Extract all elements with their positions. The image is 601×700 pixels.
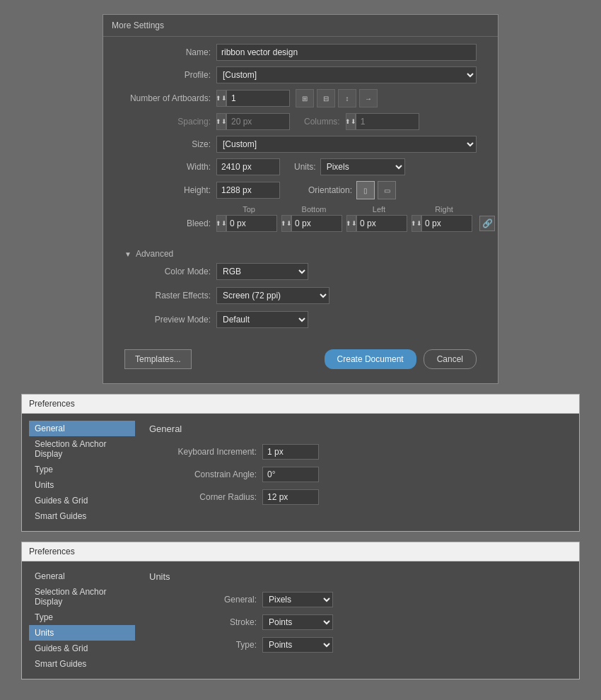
spacing-row: Spacing: ⬆⬇ Columns: ⬆⬇ xyxy=(124,113,477,130)
cancel-button[interactable]: Cancel xyxy=(424,349,477,369)
sidebar-item-type-2[interactable]: Type xyxy=(29,609,135,625)
height-input[interactable] xyxy=(216,182,280,199)
bleed-right-spinner[interactable]: ⬆⬇ xyxy=(412,215,421,232)
orientation-buttons: ▯ ▭ xyxy=(356,181,396,199)
create-document-button[interactable]: Create Document xyxy=(325,349,416,369)
spacing-label: Spacing: xyxy=(124,117,216,127)
spacing-input[interactable] xyxy=(226,113,290,130)
sidebar-item-smart-1[interactable]: Smart Guides xyxy=(29,508,135,524)
name-input[interactable] xyxy=(216,44,477,61)
keyboard-increment-input[interactable] xyxy=(262,444,319,460)
preview-mode-row: Preview Mode: Default Pixel Overprint xyxy=(124,311,477,328)
right-buttons: Create Document Cancel xyxy=(325,349,477,369)
units-stroke-row: Stroke: Points Pixels Inches xyxy=(149,614,565,630)
preferences-sidebar-1: General Selection & Anchor Display Type … xyxy=(29,421,135,524)
sidebar-item-selection-1[interactable]: Selection & Anchor Display xyxy=(29,436,135,462)
artboards-spinner-btn[interactable]: ⬆⬇ xyxy=(216,90,226,107)
artboard-row-btn[interactable]: ⊟ xyxy=(317,89,335,107)
advanced-section: Color Mode: RGB CMYK Raster Effects: Scr… xyxy=(103,263,498,342)
color-mode-select[interactable]: RGB CMYK xyxy=(216,263,308,280)
sidebar-item-guides-2[interactable]: Guides & Grid xyxy=(29,641,135,656)
preferences-body-1: General Selection & Anchor Display Type … xyxy=(22,414,579,531)
keyboard-increment-label: Keyboard Increment: xyxy=(149,447,262,457)
spacing-spinner-btn[interactable]: ⬆⬇ xyxy=(216,113,226,130)
preview-mode-label: Preview Mode: xyxy=(124,315,216,325)
bleed-right-input[interactable] xyxy=(421,215,472,232)
bleed-left-input[interactable] xyxy=(356,215,407,232)
constrain-angle-input[interactable] xyxy=(262,467,319,482)
preferences-panel-1: Preferences General Selection & Anchor D… xyxy=(21,394,580,532)
units-type-row: Type: Points Pixels Inches xyxy=(149,637,565,653)
corner-radius-row: Corner Radius: xyxy=(149,489,565,505)
sidebar-item-selection-2[interactable]: Selection & Anchor Display xyxy=(29,584,135,609)
units-type-label: Type: xyxy=(149,640,262,650)
corner-radius-label: Corner Radius: xyxy=(149,492,262,502)
templates-button[interactable]: Templates... xyxy=(124,349,192,369)
bleed-left-spinner[interactable]: ⬆⬇ xyxy=(346,215,356,232)
advanced-toggle[interactable]: ▼ Advanced xyxy=(103,245,498,263)
sidebar-item-general-1[interactable]: General xyxy=(29,421,135,436)
width-row: Width: Units: Pixels Points Inches xyxy=(124,158,477,175)
sidebar-item-smart-2[interactable]: Smart Guides xyxy=(29,656,135,672)
columns-input[interactable] xyxy=(356,113,419,130)
artboard-grid-btn[interactable]: ⊞ xyxy=(296,89,314,107)
artboard-col-btn[interactable]: ↕ xyxy=(338,89,356,107)
preferences-title-1: Preferences xyxy=(22,395,579,414)
name-row: Name: xyxy=(124,44,477,61)
more-settings-panel: More Settings Name: Profile: [Custom] Nu… xyxy=(103,14,498,384)
bleed-top-input[interactable] xyxy=(226,215,277,232)
sidebar-item-units-1[interactable]: Units xyxy=(29,477,135,493)
columns-spinner-btn[interactable]: ⬆⬇ xyxy=(346,113,356,130)
bleed-left-header: Left xyxy=(351,205,407,214)
profile-label: Profile: xyxy=(124,70,216,80)
artboard-arrow-btn[interactable]: → xyxy=(359,89,378,107)
width-input[interactable] xyxy=(216,158,280,175)
prefs-section-title-1: General xyxy=(149,424,565,434)
units-select[interactable]: Pixels Points Inches xyxy=(320,158,405,175)
spacing-spinner: ⬆⬇ xyxy=(216,113,290,130)
constrain-angle-row: Constrain Angle: xyxy=(149,467,565,482)
bleed-bottom-header: Bottom xyxy=(286,205,342,214)
profile-row: Profile: [Custom] xyxy=(124,66,477,83)
sidebar-item-units-2[interactable]: Units xyxy=(29,625,135,641)
units-general-select[interactable]: Pixels Points Inches xyxy=(262,592,333,607)
preferences-sidebar-2: General Selection & Anchor Display Type … xyxy=(29,568,135,672)
bleed-row: Bleed: ⬆⬇ ⬆⬇ ⬆⬇ ⬆⬇ 🔗 xyxy=(124,215,477,232)
raster-effects-row: Raster Effects: Screen (72 ppi) Medium (… xyxy=(124,287,477,304)
bleed-headers: Top Bottom Left Right xyxy=(124,205,477,214)
landscape-btn[interactable]: ▭ xyxy=(378,181,396,199)
columns-label: Columns: xyxy=(304,117,340,127)
bleed-link-btn[interactable]: 🔗 xyxy=(479,216,495,231)
constrain-angle-label: Constrain Angle: xyxy=(149,469,262,479)
height-label: Height: xyxy=(124,185,216,195)
name-label: Name: xyxy=(124,47,216,57)
orientation-label: Orientation: xyxy=(308,185,352,195)
bleed-right-header: Right xyxy=(416,205,472,214)
size-select[interactable]: [Custom] xyxy=(216,136,477,153)
bleed-top-spinner[interactable]: ⬆⬇ xyxy=(216,215,226,232)
units-type-select[interactable]: Points Pixels Inches xyxy=(262,637,333,653)
bleed-bottom-input[interactable] xyxy=(291,215,342,232)
keyboard-increment-row: Keyboard Increment: xyxy=(149,444,565,460)
preview-mode-select[interactable]: Default Pixel Overprint xyxy=(216,311,308,328)
portrait-btn[interactable]: ▯ xyxy=(356,181,375,199)
preferences-content-2: Units General: Pixels Points Inches Stro… xyxy=(142,568,572,672)
prefs-section-title-2: Units xyxy=(149,571,565,582)
raster-effects-select[interactable]: Screen (72 ppi) Medium (150 ppi) High (3… xyxy=(216,287,329,304)
artboards-spinner: ⬆⬇ xyxy=(216,90,290,107)
units-stroke-label: Stroke: xyxy=(149,617,262,627)
sidebar-item-guides-1[interactable]: Guides & Grid xyxy=(29,493,135,508)
artboards-input[interactable] xyxy=(226,90,290,107)
bleed-label: Bleed: xyxy=(124,218,216,228)
units-label: Units: xyxy=(294,162,316,172)
corner-radius-input[interactable] xyxy=(262,489,319,505)
units-general-row: General: Pixels Points Inches xyxy=(149,592,565,607)
profile-select[interactable]: [Custom] xyxy=(216,66,477,83)
bleed-bottom-spinner[interactable]: ⬆⬇ xyxy=(281,215,291,232)
units-stroke-select[interactable]: Points Pixels Inches xyxy=(262,614,333,630)
size-row: Size: [Custom] xyxy=(124,136,477,153)
bleed-top-header: Top xyxy=(221,205,277,214)
advanced-triangle-icon: ▼ xyxy=(124,250,132,258)
sidebar-item-type-1[interactable]: Type xyxy=(29,462,135,477)
sidebar-item-general-2[interactable]: General xyxy=(29,568,135,584)
